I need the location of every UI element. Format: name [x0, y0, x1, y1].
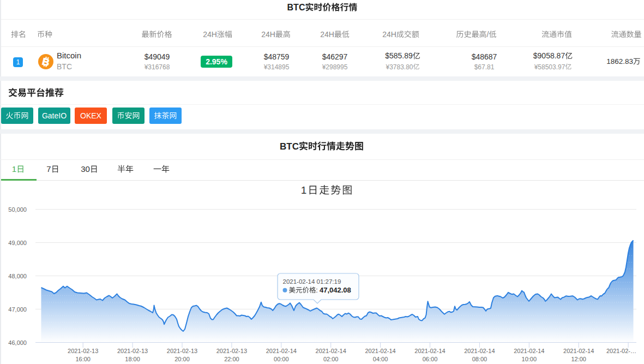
svg-text:1: 1 — [301, 184, 308, 196]
svg-text:24H: 24H — [261, 30, 275, 39]
svg-text:24H: 24H — [203, 30, 217, 39]
svg-text:30: 30 — [81, 164, 90, 174]
svg-text:24H: 24H — [382, 30, 396, 39]
svg-text:7: 7 — [46, 164, 51, 174]
svg-text:¥3783.80: ¥3783.80 — [385, 63, 413, 71]
svg-text:/: / — [487, 30, 489, 39]
svg-text:BTC: BTC — [287, 3, 305, 12]
svg-text:$585.89: $585.89 — [385, 51, 413, 60]
svg-text:$9058.87: $9058.87 — [533, 51, 565, 60]
svg-text:BTC: BTC — [280, 141, 299, 152]
svg-text:1862.83: 1862.83 — [606, 57, 633, 65]
svg-text:24H: 24H — [320, 30, 334, 39]
svg-text:¥58503.97: ¥58503.97 — [534, 63, 565, 71]
svg-text:1: 1 — [12, 164, 16, 174]
